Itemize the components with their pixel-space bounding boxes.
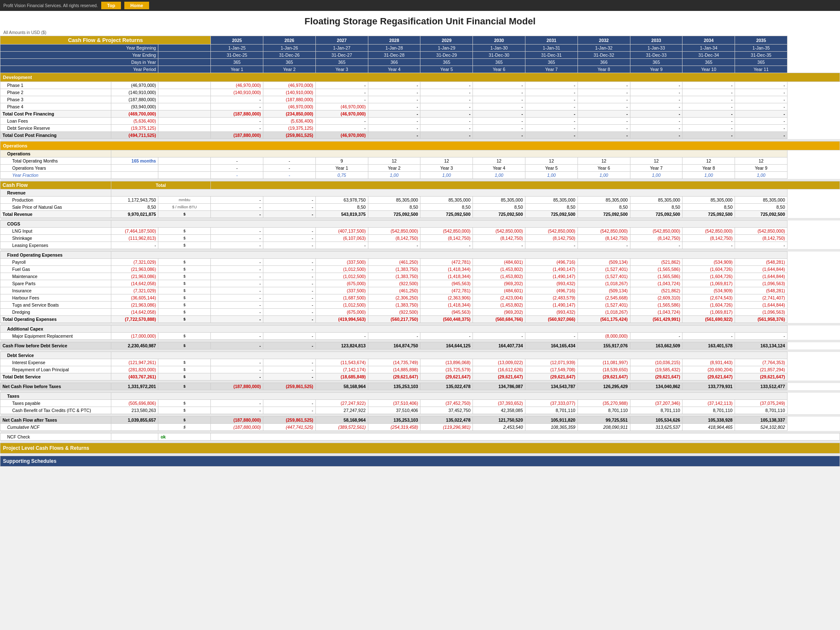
year-2025: 2025 bbox=[211, 36, 263, 45]
btn-top[interactable]: Top bbox=[101, 2, 121, 9]
year-2033: 2033 bbox=[630, 36, 682, 45]
year-header-row: Cash Flow & Project Returns 2025 2026 20… bbox=[0, 36, 840, 45]
btn-home[interactable]: Home bbox=[124, 2, 149, 9]
total-post-financing-row: Total Cost Post Financing (494,711,525) … bbox=[0, 132, 840, 139]
sale-price-row: Sale Price of Natural Gas 8,50 $ / milli… bbox=[0, 204, 840, 211]
phase1-label: Phase 1 bbox=[0, 82, 111, 89]
harbour-fees-row: Harbour Fees (36,605,144) $ - - (1,687,5… bbox=[0, 294, 840, 302]
production-row: Production 1,172,943,750 mmbtu - - 63,97… bbox=[0, 197, 840, 204]
lng-input-row: LNG Input (7,464,187,500) $ - - (407,137… bbox=[0, 228, 840, 235]
loan-fees-row: Loan Fees (5,636,400) - (5,636,400) - - … bbox=[0, 118, 840, 125]
cf-before-debt-row: Cash Flow before Debt Service 2,230,450,… bbox=[0, 342, 840, 349]
main-title: Floating Storage Regasification Unit Fin… bbox=[0, 11, 840, 29]
cumulative-ncf-row: Cumulative NCF $ (187,880,000) (447,741,… bbox=[0, 424, 840, 431]
total-revenue-row: Total Revenue 9,970,021,875 $ - - 543,81… bbox=[0, 211, 840, 218]
dsr-row: Debt Service Reserve (19,375,125) - (19,… bbox=[0, 125, 840, 132]
operations-header: Operations bbox=[0, 142, 840, 150]
total-debt-service-row: Total Debt Service (403,767,261) $ - - (… bbox=[0, 373, 840, 381]
additional-capex-label-row: Additional Capex bbox=[0, 326, 840, 333]
cogs-label-row: COGS bbox=[0, 220, 840, 228]
total-ops-expenses-row: Total Operating Expenses (7,722,570,888)… bbox=[0, 316, 840, 323]
phase1-row: Phase 1 (46,970,000) (46,970,000) (46,97… bbox=[0, 82, 840, 89]
phase4-row: Phase 4 (93,940,000) - (46,970,000) (46,… bbox=[0, 103, 840, 110]
year-period-row: Year Period Year 1 Year 2 Year 3 Year 4 … bbox=[0, 66, 840, 73]
year-2028: 2028 bbox=[368, 36, 420, 45]
payroll-row: Payroll (7,321,029) $ - - (337,500) (461… bbox=[0, 259, 840, 266]
year-2031: 2031 bbox=[525, 36, 578, 45]
fixed-ops-label-row: Fixed Operating Expenses bbox=[0, 252, 840, 259]
cashflow-section-header: Cash Flow Total bbox=[0, 181, 840, 189]
taxes-label-row: Taxes bbox=[0, 393, 840, 400]
tugs-row: Tugs and Service Boats (21,963,086) $ - … bbox=[0, 302, 840, 309]
repayment-row: Repayment of Loan Principal (281,820,000… bbox=[0, 366, 840, 373]
phase3-row: Phase 3 (187,880,000) - (187,880,000) - … bbox=[0, 96, 840, 103]
insurance-row: Insurance (7,321,029) $ - - (337,500) (4… bbox=[0, 287, 840, 294]
tax-credits-row: Cash Benefit of Tax Credits (ITC & PTC) … bbox=[0, 407, 840, 414]
major-equip-row: Major Equipment Replacement (17,000,000)… bbox=[0, 333, 840, 340]
days-in-year-row: Days in Year 365 365 365 366 365 365 365… bbox=[0, 59, 840, 66]
total-op-months-row: Total Operating Months 165 months - - 9 … bbox=[0, 158, 840, 165]
supporting-schedules-header: Supporting Schedules bbox=[0, 456, 840, 467]
operations-years-row: Operations Years - - Year 1 Year 2 Year … bbox=[0, 165, 840, 172]
year-2030: 2030 bbox=[473, 36, 525, 45]
ncf-before-taxes-row: Net Cash Flow before Taxes 1,331,972,201… bbox=[0, 383, 840, 390]
year-2032: 2032 bbox=[578, 36, 630, 45]
year-beginning-row: Year Beginning 1-Jan-25 1-Jan-26 1-Jan-2… bbox=[0, 45, 840, 52]
taxes-payable-row: Taxes payable (505,696,806) $ - - (27,24… bbox=[0, 400, 840, 407]
year-fraction-row: Year Fraction - - 0,75 1,00 1,00 1,00 1,… bbox=[0, 172, 840, 179]
development-header: Development bbox=[0, 73, 840, 82]
shrinkage-row: Shrinkage (111,962,813) $ - - (6,107,063… bbox=[0, 235, 840, 242]
leasing-row: Leasing Expenses - $ - - - - - - - - - -… bbox=[0, 242, 840, 249]
currency-label: All Amounts in USD ($) bbox=[0, 29, 840, 36]
year-ending-row: Year Ending 31-Dec-25 31-Dec-26 31-Dec-2… bbox=[0, 52, 840, 59]
year-2026: 2026 bbox=[263, 36, 316, 45]
cf-project-returns-header: Cash Flow & Project Returns bbox=[0, 36, 211, 45]
dredging-row: Dredging (14,642,058) $ - - (675,000) (9… bbox=[0, 309, 840, 316]
debt-service-label-row: Debt Service bbox=[0, 352, 840, 359]
year-2027: 2027 bbox=[315, 36, 368, 45]
brand-label: Profit Vision Financial Services. All ri… bbox=[3, 3, 98, 8]
fuel-gas-row: Fuel Gas (21,963,086) $ - - (1,012,500) … bbox=[0, 266, 840, 273]
interest-expense-row: Interest Expense (121,947,261) $ - - (11… bbox=[0, 359, 840, 366]
total-pre-financing-row: Total Cost Pre Financing (469,700,000) (… bbox=[0, 110, 840, 118]
ncf-check-row: NCF Check ok bbox=[0, 433, 840, 441]
year-2034: 2034 bbox=[682, 36, 735, 45]
revenue-label-row: Revenue bbox=[0, 189, 840, 197]
top-bar: Profit Vision Financial Services. All ri… bbox=[0, 0, 840, 11]
operations-sublabel: Operations bbox=[0, 150, 840, 158]
year-2029: 2029 bbox=[420, 36, 473, 45]
spare-parts-row: Spare Parts (14,642,058) $ - - (675,000)… bbox=[0, 280, 840, 287]
project-returns-header: Project Level Cash Flows & Returns bbox=[0, 443, 840, 454]
maintenance-row: Maintenance (21,963,086) $ - - (1,012,50… bbox=[0, 273, 840, 280]
phase2-row: Phase 2 (140,910,000) (140,910,000) (140… bbox=[0, 89, 840, 96]
ncf-after-taxes-row: Net Cash Flow after Taxes 1,039,855,657 … bbox=[0, 417, 840, 424]
year-2035: 2035 bbox=[735, 36, 788, 45]
